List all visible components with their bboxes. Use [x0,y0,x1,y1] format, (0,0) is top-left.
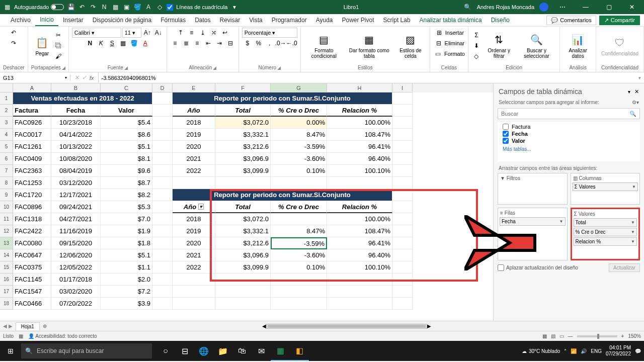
launcher-icon[interactable]: ◢ [62,65,65,70]
grow-font-icon[interactable]: A↑ [142,28,152,38]
cell[interactable] [392,141,413,153]
cell[interactable]: $8.1 [101,153,152,165]
tab-analizar-pivot[interactable]: Analizar tabla dinámica [415,15,487,26]
update-button[interactable]: Actualizar [609,263,640,272]
weather-widget[interactable]: ☁ 30°C Nublado [522,348,560,354]
cell-styles-button[interactable]: ▨Estilos de celda [394,32,427,60]
comments-button[interactable]: 💬 Comentarios [546,16,596,25]
cell[interactable]: $3,072.0 [215,213,271,225]
cell[interactable]: FAC1318 [13,213,51,225]
share-button[interactable]: ↗ Compartir [599,16,640,25]
field-checkbox[interactable] [503,138,509,144]
cell[interactable]: 100.00% [327,117,392,129]
align-center-icon[interactable]: ≣ [181,38,191,48]
cell[interactable] [152,105,173,117]
cell[interactable]: $3,096.9 [215,249,271,261]
cell[interactable]: Fecha [51,105,101,117]
fill-color-button[interactable]: 🪣 [129,38,139,48]
cell[interactable]: 04/14/2022 [51,129,101,141]
cell[interactable]: $8.6 [101,129,152,141]
cell[interactable]: -3.59% [271,141,327,153]
bold-button[interactable]: N [85,38,95,48]
border-button[interactable]: ▦ [118,38,128,48]
cell[interactable]: 96.41% [327,141,392,153]
cell[interactable]: $3,212.6 [215,237,271,249]
align-top-icon[interactable]: ⤒ [176,28,186,38]
cortana-icon[interactable]: ○ [156,341,175,361]
minimize-button[interactable]: — [577,0,595,14]
pane-close-icon[interactable]: ✕ [634,88,639,95]
select-all-corner[interactable] [0,83,13,93]
zoom-in-button[interactable]: + [621,333,624,339]
cell[interactable] [215,286,271,298]
cell[interactable]: 09/24/2021 [51,201,101,213]
format-cells-icon[interactable]: ▭ [433,49,443,59]
tab-programador[interactable]: Programador [267,15,311,26]
col-header[interactable]: C [101,83,152,93]
cell[interactable]: Relacion % [327,105,392,117]
cell[interactable]: $1.1 [101,261,152,274]
cell[interactable]: $8.7 [101,177,152,189]
launcher-icon[interactable]: ◢ [213,65,216,70]
row-header[interactable]: 15 [0,261,13,274]
area-item[interactable]: % Cre o Drec▼ [574,228,637,236]
cell[interactable] [152,177,173,189]
cell[interactable]: FAC0466 [13,298,51,310]
cell[interactable] [152,141,173,153]
align-right-icon[interactable]: ≡ [192,38,202,48]
copy-icon[interactable]: ⿻ [53,41,63,51]
col-header[interactable]: G [271,83,327,93]
cell[interactable] [215,274,271,286]
col-header[interactable]: I [392,83,413,93]
cell[interactable]: 07/20/2022 [51,298,101,310]
merge-button[interactable]: ⊟ [225,38,235,48]
cell[interactable] [271,286,327,298]
cell[interactable]: FAC2363 [13,165,51,177]
number-format-select[interactable]: Porcentaje▾ [242,28,297,38]
cell[interactable]: 03/12/2020 [51,177,101,189]
cell[interactable]: FAC1720 [13,189,51,201]
launcher-icon[interactable]: ◢ [124,65,128,70]
cell[interactable]: 8.47% [271,225,327,237]
row-header[interactable]: 12 [0,225,13,237]
cell[interactable]: FAC0409 [13,153,51,165]
cell[interactable]: 108.47% [327,225,392,237]
tab-inicio[interactable]: Inicio [35,14,58,26]
cell[interactable]: 2019 [173,129,215,141]
cell[interactable]: $3,099.9 [215,261,271,274]
field-label[interactable]: Factura [512,124,530,130]
cell[interactable] [173,274,215,286]
comma-icon[interactable]: , [265,38,275,48]
row-header[interactable]: 13 [0,237,13,249]
cell[interactable] [392,201,413,213]
autosum-icon[interactable]: Σ [471,30,481,40]
tab-scriptlab[interactable]: Script Lab [379,15,415,26]
avatar[interactable] [539,3,548,12]
cell[interactable] [271,274,327,286]
cell[interactable]: Reporte por periodo con Sumar.Si.Conjunt… [173,93,392,105]
col-header[interactable]: B [51,83,101,93]
cell[interactable]: 96.41% [327,237,392,249]
cell[interactable]: Reporte por periodo con Sumar.Si.Conjunt… [173,189,392,201]
cell[interactable] [392,213,413,225]
align-left-icon[interactable]: ≡ [170,38,180,48]
cell[interactable]: $5.3 [101,201,152,213]
cell[interactable] [392,105,413,117]
cell[interactable] [392,165,413,177]
cell[interactable] [271,177,327,189]
cell[interactable]: % Cre o Drec [271,201,327,213]
redo-button[interactable]: ↷ [9,38,19,48]
fx-button[interactable]: ✕✓fx [70,72,99,83]
cell[interactable]: Total [215,105,271,117]
sheet-tab-active[interactable]: Hoja1 [16,322,40,330]
currency-icon[interactable]: $ [243,38,253,48]
cell[interactable] [152,261,173,274]
align-middle-icon[interactable]: ≡ [187,28,197,38]
cell[interactable]: FAC0896 [13,201,51,213]
cell[interactable]: FAC1145 [13,274,51,286]
cell[interactable] [152,249,173,261]
cell[interactable] [215,177,271,189]
horizontal-scrollbar[interactable]: ◀▶ [50,323,644,329]
field-label[interactable]: Valor [512,138,525,144]
row-header[interactable]: 7 [0,165,13,177]
